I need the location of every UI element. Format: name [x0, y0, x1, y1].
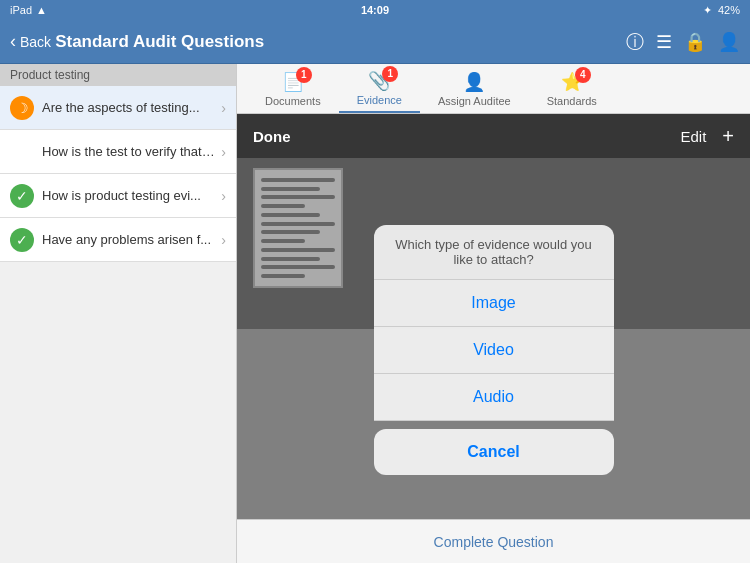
battery-text: 42% [718, 4, 740, 16]
tab-standards[interactable]: ⭐ 4 Standards [529, 64, 615, 113]
evidence-done-button[interactable]: Done [253, 128, 291, 145]
sidebar-item-3[interactable]: ✓ Have any problems arisen f... › [0, 218, 236, 262]
evidence-toolbar-actions: Edit + [680, 125, 734, 148]
action-sheet: Which type of evidence would you like to… [374, 225, 614, 475]
sidebar-icon-2: ✓ [10, 184, 34, 208]
main-layout: Product testing ☽ Are the aspects of tes… [0, 64, 750, 563]
thumb-line-12 [261, 274, 305, 278]
status-bar: iPad ▲ 14:09 ✦ 42% [0, 0, 750, 20]
status-left: iPad ▲ [10, 4, 47, 16]
status-right: ✦ 42% [703, 4, 740, 17]
action-sheet-audio-button[interactable]: Audio [374, 374, 614, 421]
thumb-line-6 [261, 222, 335, 226]
list-icon[interactable]: ☰ [656, 31, 672, 53]
evidence-thumbnail[interactable] [253, 168, 343, 288]
carrier-text: iPad [10, 4, 32, 16]
sidebar-label-0: Are the aspects of testing... [42, 100, 217, 115]
thumb-lines [255, 170, 341, 286]
thumb-line-1 [261, 178, 335, 182]
tab-standards-label: Standards [547, 95, 597, 107]
nav-left: ‹ Back Standard Audit Questions [10, 31, 264, 52]
sidebar-icon-3: ✓ [10, 228, 34, 252]
sidebar-chevron-0: › [221, 100, 226, 116]
wifi-icon: ▲ [36, 4, 47, 16]
sidebar-chevron-1: › [221, 144, 226, 160]
status-time: 14:09 [361, 4, 389, 16]
evidence-icon: 📎 1 [368, 70, 390, 92]
back-chevron-icon[interactable]: ‹ [10, 31, 16, 52]
bottom-bar: Complete Question [237, 519, 750, 563]
page-title: Standard Audit Questions [55, 32, 264, 52]
documents-icon: 📄 1 [282, 71, 304, 93]
standards-badge: 4 [575, 67, 591, 83]
sidebar-label-2: How is product testing evi... [42, 188, 217, 203]
sidebar: Product testing ☽ Are the aspects of tes… [0, 64, 237, 563]
standards-icon: ⭐ 4 [561, 71, 583, 93]
sidebar-item-1[interactable]: How is the test to verify that the... › [0, 130, 236, 174]
action-sheet-cancel-button[interactable]: Cancel [374, 429, 614, 475]
tab-documents[interactable]: 📄 1 Documents [247, 64, 339, 113]
bluetooth-icon: ✦ [703, 4, 712, 17]
content-body: Are the aspe... product covered in the p… [237, 114, 750, 519]
evidence-badge: 1 [382, 66, 398, 82]
sidebar-icon-0: ☽ [10, 96, 34, 120]
thumb-line-7 [261, 230, 320, 234]
tab-documents-label: Documents [265, 95, 321, 107]
sidebar-label-1: How is the test to verify that the... [42, 144, 217, 159]
sidebar-section-header: Product testing [0, 64, 236, 86]
evidence-edit-button[interactable]: Edit [680, 128, 706, 145]
evidence-add-button[interactable]: + [722, 125, 734, 148]
sidebar-item-2[interactable]: ✓ How is product testing evi... › [0, 174, 236, 218]
sidebar-chevron-2: › [221, 188, 226, 204]
thumb-line-2 [261, 187, 320, 191]
sidebar-chevron-3: › [221, 232, 226, 248]
thumb-line-3 [261, 195, 335, 199]
thumb-line-11 [261, 265, 335, 269]
tab-assign-auditee-label: Assign Auditee [438, 95, 511, 107]
action-sheet-title: Which type of evidence would you like to… [374, 225, 614, 280]
assign-auditee-icon: 👤 [463, 71, 485, 93]
sidebar-item-0[interactable]: ☽ Are the aspects of testing... › [0, 86, 236, 130]
action-sheet-image-button[interactable]: Image [374, 280, 614, 327]
tab-assign-auditee[interactable]: 👤 Assign Auditee [420, 64, 529, 113]
thumb-line-5 [261, 213, 320, 217]
user-icon[interactable]: 👤 [718, 31, 740, 53]
lock-icon[interactable]: 🔒 [684, 31, 706, 53]
tab-evidence[interactable]: 📎 1 Evidence [339, 64, 420, 113]
thumb-line-10 [261, 257, 320, 261]
evidence-toolbar: Done Edit + [237, 114, 750, 158]
action-sheet-video-button[interactable]: Video [374, 327, 614, 374]
thumb-line-4 [261, 204, 305, 208]
info-icon[interactable]: ⓘ [626, 30, 644, 54]
tab-evidence-label: Evidence [357, 94, 402, 106]
thumb-line-8 [261, 239, 305, 243]
tab-bar: 📄 1 Documents 📎 1 Evidence 👤 Assign Audi… [237, 64, 750, 114]
sidebar-label-3: Have any problems arisen f... [42, 232, 217, 247]
complete-question-button[interactable]: Complete Question [434, 534, 554, 550]
nav-bar: ‹ Back Standard Audit Questions ⓘ ☰ 🔒 👤 [0, 20, 750, 64]
sidebar-icon-1 [10, 140, 34, 164]
thumb-line-9 [261, 248, 335, 252]
back-button[interactable]: Back [20, 34, 51, 50]
nav-right-icons: ⓘ ☰ 🔒 👤 [626, 30, 740, 54]
content-area: 📄 1 Documents 📎 1 Evidence 👤 Assign Audi… [237, 64, 750, 563]
documents-badge: 1 [296, 67, 312, 83]
